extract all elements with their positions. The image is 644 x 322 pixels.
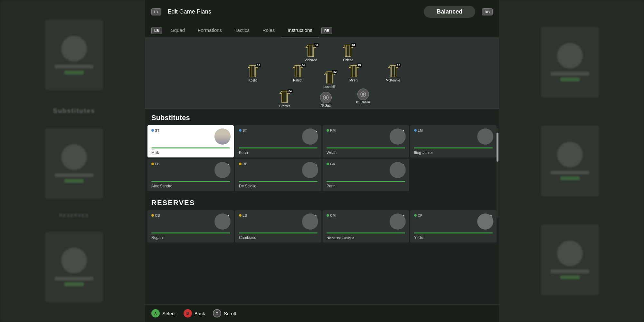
player-name: Iling-Junior (414, 150, 433, 155)
scroll-control: Scroll (213, 309, 236, 317)
bottom-controls: A Select B Back Scroll (145, 304, 499, 322)
player-card-cambiaso[interactable]: LB 74 Cambiaso (235, 210, 321, 242)
player-avatar (477, 213, 493, 230)
player-bremer[interactable]: 84 Bremer (279, 89, 291, 108)
tab-formations[interactable]: Formations (191, 24, 228, 37)
rating-badge: 76 (396, 63, 401, 67)
camera-icon (323, 95, 329, 100)
player-avatar (214, 213, 231, 230)
scroll-content[interactable]: Substitutes ST 81 Milik (145, 109, 499, 304)
player-position: GK (330, 162, 336, 166)
lb-button[interactable]: LB (151, 27, 162, 34)
blur-reserves-label: RESERVES (59, 213, 89, 218)
player-name: Weah (327, 150, 336, 155)
player-name: Yıldız (414, 235, 424, 240)
player-name: Miretti (349, 79, 358, 82)
player-card-yildiz[interactable]: CF 64 Yıldız (410, 210, 497, 242)
player-card-weah[interactable]: RM 74 Weah (323, 125, 409, 157)
player-name: Kean (239, 150, 248, 155)
rating-bar (414, 147, 493, 148)
player-card-milik[interactable]: ST 81 Milik (147, 125, 234, 157)
tab-roles[interactable]: Roles (256, 24, 281, 37)
player-chiesa[interactable]: 84 Chiesa (342, 43, 354, 62)
reserves-grid: CB 75 Rugani LB (145, 210, 499, 245)
rating-badge: 75 (357, 63, 362, 67)
player-position: LM (418, 128, 423, 132)
player-danilo[interactable]: 81 Danilo (356, 89, 370, 104)
position-dot (414, 129, 417, 132)
tab-tactics[interactable]: Tactics (228, 24, 256, 37)
player-avatar (302, 128, 318, 145)
player-avatar (477, 128, 493, 145)
rating-bar (151, 147, 230, 148)
rating-bar (239, 232, 317, 233)
tab-squad[interactable]: Squad (165, 24, 191, 37)
position-dot (151, 129, 154, 132)
blur-player-5 (541, 126, 599, 196)
player-card-alex-sandro[interactable]: LB 78 Alex Sandro (147, 159, 234, 191)
svg-point-1 (325, 96, 327, 99)
player-position: CM (330, 213, 336, 217)
position-dot (327, 129, 329, 132)
rating-bar (151, 232, 230, 233)
player-position: RM (330, 128, 336, 132)
rating-bar (151, 181, 230, 182)
blur-player-2 (45, 128, 103, 199)
main-panel: LT Edit Game Plans Balanced RB LB Squad … (145, 0, 499, 322)
game-plan-mode: Balanced (424, 6, 475, 18)
scroll-icon (215, 311, 219, 316)
player-position: CF (418, 213, 422, 217)
player-mckennie[interactable]: 76 McKennie (386, 63, 400, 82)
position-dot (327, 163, 329, 165)
player-avatar (302, 162, 318, 178)
rb-button[interactable]: RB (482, 8, 493, 15)
rating-bar (414, 232, 493, 233)
rb-nav-button[interactable]: RB (321, 27, 332, 34)
substitutes-title: Substitutes (145, 109, 499, 125)
player-locatelli[interactable]: 82 Locatelli (323, 69, 336, 89)
position-dot (239, 163, 242, 165)
player-name: Cambiaso (239, 235, 256, 240)
player-name: Alex Sandro (151, 184, 172, 188)
blur-player-6 (541, 224, 599, 295)
player-name: Rugani (151, 235, 164, 240)
background-right (496, 0, 644, 322)
position-dot (327, 214, 329, 217)
player-card-kean[interactable]: ST 78 Kean (235, 125, 321, 157)
rating-badge: 84 (351, 43, 356, 47)
formation-area: 83 Vlahović 84 Chiesa (145, 38, 499, 109)
player-name: Bremer (279, 104, 290, 108)
rating-bar (327, 147, 405, 148)
scrollbar-thumb[interactable] (497, 133, 498, 162)
b-button[interactable]: B (184, 309, 192, 317)
player-kostic[interactable]: 83 Kostić (247, 63, 259, 82)
lt-button[interactable]: LT (151, 8, 161, 15)
player-position: ST (242, 128, 247, 132)
player-gatti[interactable]: 76 Gatti (320, 92, 332, 107)
position-dot (151, 163, 154, 165)
svg-marker-4 (216, 312, 218, 313)
player-name: Kostić (249, 79, 257, 82)
player-card-perin[interactable]: GK 79 Perin (323, 159, 409, 191)
player-name: 76 Gatti (320, 104, 331, 107)
player-card-iling-junior[interactable]: LM 71 Iling-Junior (410, 125, 497, 157)
player-name: De Sciglio (239, 184, 256, 188)
player-rabiot[interactable]: 84 Rabiot (292, 63, 304, 82)
select-control: A Select (151, 309, 176, 317)
blur-substitutes-label: Substitutes (53, 107, 95, 115)
r-button[interactable] (213, 309, 221, 317)
player-card-de-sciglio[interactable]: RB 76 De Sciglio (235, 159, 321, 191)
player-name: Milik (151, 150, 159, 155)
rating-badge: 82 (332, 70, 337, 74)
player-vlahovici[interactable]: 83 Vlahović (305, 43, 317, 62)
player-card-rugani[interactable]: CB 75 Rugani (147, 210, 234, 242)
player-miretti[interactable]: 75 Miretti (348, 63, 360, 82)
player-card-nicolussi[interactable]: CM 65 Nicolussi Caviglia (323, 210, 409, 242)
position-dot (239, 129, 242, 132)
player-position: LB (242, 213, 247, 217)
blur-player-3 (45, 232, 103, 302)
formation-pitch: 83 Vlahović 84 Chiesa (229, 41, 415, 105)
rating-badge: 84 (288, 89, 293, 93)
tab-instructions[interactable]: Instructions (281, 24, 319, 37)
a-button[interactable]: A (151, 309, 160, 317)
